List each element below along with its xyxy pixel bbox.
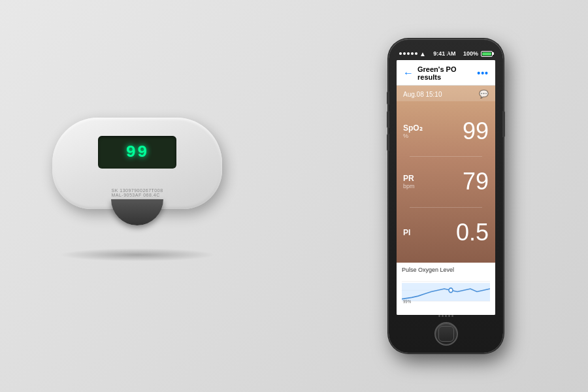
finger-slot bbox=[111, 199, 163, 225]
back-button[interactable]: ← bbox=[403, 67, 414, 79]
timestamp-row: Aug.08 15:10 💬 bbox=[397, 86, 495, 101]
oximeter-device: 99 SK 13097900267T008 MAL-9053AF 068.4C bbox=[52, 118, 235, 235]
comment-icon: 💬 bbox=[479, 90, 489, 99]
spo2-label: SpO₂ % bbox=[403, 123, 423, 139]
oximeter-shadow bbox=[59, 248, 216, 261]
iphone: ▲ 9:41 AM 100% ← Green's PO results ••• bbox=[389, 39, 503, 353]
pi-value: 0.5 bbox=[456, 221, 489, 244]
volume-up-button[interactable] bbox=[387, 111, 389, 128]
timestamp: Aug.08 15:10 bbox=[403, 91, 442, 98]
pi-row: PI 0.5 bbox=[403, 221, 489, 244]
svg-text:99%: 99% bbox=[403, 299, 411, 304]
iphone-bottom bbox=[434, 315, 458, 346]
battery-percent: 100% bbox=[463, 50, 478, 57]
app-title: Green's PO results bbox=[417, 65, 477, 81]
measurements-area: SpO₂ % 99 PR bpm 79 bbox=[397, 101, 495, 263]
spo2-unit: % bbox=[403, 133, 423, 139]
pr-row: PR bpm 79 bbox=[403, 170, 489, 193]
measurement-card: Aug.08 15:10 💬 SpO₂ % 99 bbox=[397, 86, 495, 263]
speaker bbox=[438, 315, 453, 317]
pr-label: PR bpm bbox=[403, 174, 415, 189]
battery-icon bbox=[481, 51, 493, 57]
iphone-outer: ▲ 9:41 AM 100% ← Green's PO results ••• bbox=[389, 39, 503, 353]
wifi-icon: ▲ bbox=[419, 50, 426, 57]
more-button[interactable]: ••• bbox=[477, 68, 489, 78]
signal-dots bbox=[399, 52, 417, 55]
oximeter-label: SK 13097900267T008 MAL-9053AF 068.4C bbox=[111, 188, 163, 197]
chart-section: Pulse Oxygen Level bbox=[397, 263, 495, 315]
home-button-inner bbox=[438, 326, 454, 342]
oximeter-body: 99 SK 13097900267T008 MAL-9053AF 068.4C bbox=[52, 118, 222, 209]
pr-value: 79 bbox=[463, 170, 489, 193]
oximeter-reading: 99 bbox=[125, 142, 148, 162]
spo2-row: SpO₂ % 99 bbox=[403, 120, 489, 143]
scene: 99 SK 13097900267T008 MAL-9053AF 068.4C bbox=[0, 0, 588, 392]
spo2-value: 99 bbox=[463, 120, 489, 143]
chart-title: Pulse Oxygen Level bbox=[402, 267, 490, 273]
chart-area: 99% bbox=[402, 276, 490, 308]
divider-2 bbox=[410, 207, 482, 208]
signal-area: ▲ bbox=[399, 50, 426, 57]
spo2-name: SpO₂ bbox=[403, 123, 423, 133]
iphone-screen: ← Green's PO results ••• Aug.08 15:10 💬 bbox=[397, 60, 495, 315]
svg-point-4 bbox=[449, 288, 453, 293]
divider-1 bbox=[410, 156, 482, 157]
pi-name: PI bbox=[403, 228, 410, 237]
chart-svg: 99% bbox=[402, 276, 490, 308]
pr-unit: bpm bbox=[403, 183, 415, 189]
app-header: ← Green's PO results ••• bbox=[397, 60, 495, 86]
front-camera bbox=[444, 51, 448, 55]
battery-area: 100% bbox=[463, 50, 493, 57]
mute-switch bbox=[387, 91, 389, 105]
power-button[interactable] bbox=[502, 111, 505, 137]
pr-name: PR bbox=[403, 174, 415, 183]
oximeter-display: 99 bbox=[98, 136, 176, 169]
home-button[interactable] bbox=[434, 322, 458, 346]
pi-label: PI bbox=[403, 228, 410, 237]
volume-down-button[interactable] bbox=[387, 134, 389, 151]
